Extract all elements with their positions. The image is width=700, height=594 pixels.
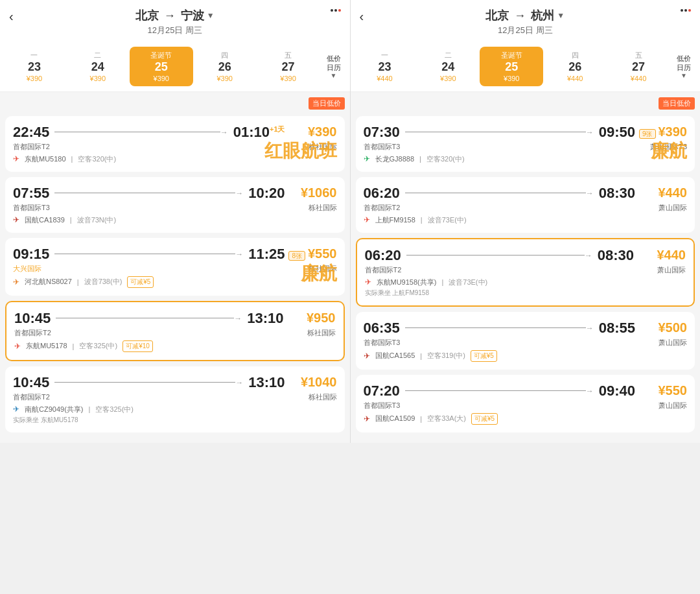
- depart-time: 22:45: [13, 124, 49, 141]
- flight-times-row: 07:55→10:20¥1060: [13, 185, 337, 202]
- airline-icon: ✈: [14, 342, 21, 351]
- arrive-airport: 萧山国际: [659, 203, 687, 213]
- route-title: 北京 → 杭州 ▼: [361, 8, 690, 23]
- flight-price: ¥500: [659, 320, 688, 335]
- flight-price: ¥1040: [301, 375, 337, 389]
- airline-name: 东航MU9158(共享): [377, 278, 437, 287]
- to-city[interactable]: 宁波: [181, 8, 204, 23]
- airline-icon: ✈: [364, 154, 370, 163]
- arrow-icon: →: [586, 189, 594, 198]
- airline-name: 东航MU5180: [25, 154, 66, 164]
- cal-day-25[interactable]: 圣诞节 25 ¥390: [130, 47, 193, 86]
- cal-day-26[interactable]: 四 26 ¥440: [543, 47, 607, 86]
- flight-card[interactable]: 07:30→09:509张¥390首都国际T3萧山国际T3✈长龙GJ8888|空…: [356, 116, 695, 172]
- flight-times: 06:20→08:30: [364, 185, 636, 202]
- airline-name: 南航CZ9049(共享): [25, 405, 83, 414]
- airline-logo: ✈: [13, 215, 19, 224]
- line: [406, 255, 585, 255]
- more-button[interactable]: [681, 9, 691, 12]
- price-area: ¥550: [635, 383, 687, 398]
- separator: |: [77, 278, 79, 286]
- airline-icon: ✈: [364, 351, 370, 361]
- back-button[interactable]: ‹: [360, 9, 364, 24]
- day-low-badge: 当日低价: [309, 97, 345, 110]
- low-price-calendar[interactable]: 低价日历▼: [320, 47, 347, 86]
- dropdown-icon[interactable]: ▼: [557, 11, 565, 20]
- flight-card[interactable]: 07:20→09:40¥550首都国际T3萧山国际✈国航CA1509|空客33A…: [356, 375, 695, 433]
- flight-card[interactable]: 07:55→10:20¥1060首都国际T3栎社国际✈国航CA1839|波音73…: [5, 177, 345, 233]
- aircraft-type: 波音738(中): [84, 277, 122, 287]
- chevron-down-icon: ▼: [681, 72, 687, 79]
- header: ‹北京 → 宁波 ▼12月25日 周三: [0, 0, 350, 42]
- flight-price: ¥390: [659, 125, 688, 139]
- app-container: ‹北京 → 宁波 ▼12月25日 周三 一 23 ¥390 二 24 ¥390 …: [0, 0, 700, 443]
- arrive-airport: 萧山国际: [657, 265, 686, 275]
- separator: |: [420, 415, 422, 423]
- flight-card[interactable]: 06:20→08:30¥440首都国际T2萧山国际✈东航MU9158(共享)|波…: [356, 238, 695, 307]
- low-price-label: 低价日历: [677, 54, 691, 73]
- arrive-time: 11:25: [248, 246, 285, 263]
- airline-name: 国航CA1509: [375, 414, 415, 423]
- arrive-time: 09:40: [599, 383, 635, 399]
- airline-icon: ✈: [13, 154, 19, 163]
- line: [54, 382, 235, 383]
- route-arrow: →: [164, 9, 176, 23]
- price-area: ¥390: [285, 125, 337, 139]
- flight-card[interactable]: 22:45→01:10+1天¥390首都国际T2栎社国际✈东航MU5180|空客…: [5, 116, 345, 172]
- low-price-label: 低价日历: [327, 54, 341, 73]
- back-button[interactable]: ‹: [9, 9, 14, 24]
- to-city[interactable]: 杭州: [531, 8, 554, 23]
- cal-day-26[interactable]: 四 26 ¥390: [193, 47, 257, 86]
- flight-times-row: 22:45→01:10+1天¥390: [13, 124, 337, 141]
- line: [405, 327, 586, 328]
- cal-day-24[interactable]: 二 24 ¥390: [416, 47, 480, 86]
- flight-times: 09:15→11:25: [13, 246, 285, 263]
- flight-times-row: 10:45→13:10¥950: [14, 310, 336, 327]
- day-num: 26: [544, 60, 605, 75]
- cal-day-24[interactable]: 二 24 ¥390: [66, 47, 130, 86]
- flight-card[interactable]: 10:45→13:10¥950首都国际T2栎社国际✈东航MU5178|空客325…: [5, 301, 345, 361]
- cal-day-27[interactable]: 五 27 ¥440: [607, 47, 670, 86]
- arrive-time: 08:30: [599, 185, 635, 202]
- aircraft-type: 空客325(中): [79, 341, 117, 351]
- airport-row: 大兴国际栎社国际: [13, 264, 337, 274]
- day-name: 一: [4, 51, 65, 60]
- day-num: 24: [67, 60, 128, 75]
- day-num: 27: [608, 60, 669, 75]
- flight-category-label: 廉航: [301, 261, 337, 286]
- cal-day-23[interactable]: 一 23 ¥440: [353, 47, 417, 86]
- day-price: ¥390: [67, 75, 128, 82]
- airline-name: 国航CA1839: [25, 215, 65, 225]
- depart-time: 06:35: [364, 320, 400, 337]
- airport-row: 首都国际T2栎社国际: [13, 392, 337, 402]
- cal-day-23[interactable]: 一 23 ¥390: [3, 47, 66, 86]
- airline-logo: ✈: [364, 414, 370, 423]
- day-price: ¥390: [481, 75, 542, 82]
- dropdown-icon[interactable]: ▼: [207, 11, 215, 20]
- line: [54, 254, 235, 254]
- header-date: 12月25日 周三: [361, 25, 690, 36]
- flight-price: ¥390: [308, 125, 337, 139]
- low-price-calendar[interactable]: 低价日历▼: [670, 47, 697, 86]
- cal-day-27[interactable]: 五 27 ¥390: [257, 47, 320, 86]
- depart-airport: 首都国际T2: [364, 203, 401, 213]
- dot: [684, 9, 687, 12]
- cal-day-25[interactable]: 圣诞节 25 ¥390: [480, 47, 543, 86]
- flight-card[interactable]: 09:15→11:258张¥550大兴国际栎社国际✈河北航NS8027|波音73…: [5, 238, 345, 296]
- flight-card[interactable]: 06:20→08:30¥440首都国际T2萧山国际✈上航FM9158|波音73E…: [356, 177, 695, 233]
- flight-card[interactable]: 10:45→13:10¥1040首都国际T2栎社国际✈南航CZ9049(共享)|…: [5, 366, 345, 433]
- price-area: 9张¥390: [635, 125, 687, 139]
- flight-times: 06:20→08:30: [365, 247, 635, 264]
- flight-card[interactable]: 06:35→08:55¥500首都国际T3萧山国际✈国航CA1565|空客319…: [356, 312, 695, 370]
- flight-line: →: [405, 324, 594, 333]
- depart-time: 06:20: [364, 185, 400, 202]
- airport-row: 首都国际T2萧山国际: [365, 265, 686, 275]
- panel-right: ‹北京 → 杭州 ▼12月25日 周三 一 23 ¥440 二 24 ¥390 …: [351, 0, 701, 443]
- more-button[interactable]: [331, 9, 341, 12]
- depart-time: 09:15: [13, 246, 49, 263]
- discount-tag: 可减¥10: [122, 340, 153, 352]
- flight-line: →: [54, 250, 243, 259]
- flight-price: ¥950: [307, 311, 336, 325]
- aircraft-type: 波音73N(中): [77, 215, 117, 225]
- day-low-badge: 当日低价: [659, 97, 695, 110]
